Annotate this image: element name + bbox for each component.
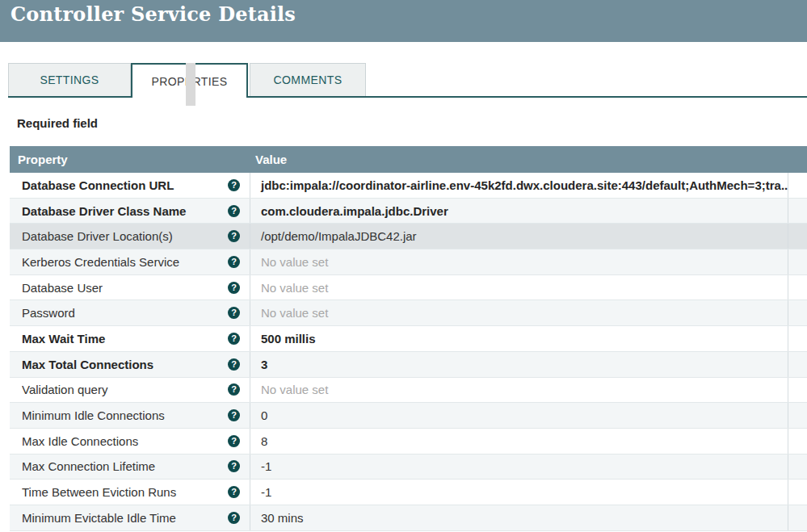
row-extra-cell <box>788 275 807 300</box>
property-value[interactable]: com.cloudera.impala.jdbc.Driver <box>250 199 788 224</box>
property-value[interactable]: No value set <box>250 249 788 274</box>
property-row[interactable]: Database Driver Class Name ? com.clouder… <box>10 199 807 224</box>
property-name: Max Idle Connections <box>22 434 221 448</box>
property-row[interactable]: Validation query ? No value set <box>10 378 807 404</box>
property-row[interactable]: Max Connection Lifetime ? -1 <box>10 455 807 480</box>
row-extra-cell <box>788 455 807 480</box>
row-extra-cell <box>788 403 807 428</box>
tab-settings[interactable]: SETTINGS <box>8 63 131 96</box>
help-icon[interactable]: ? <box>228 435 240 447</box>
row-extra-cell <box>788 173 807 198</box>
property-value[interactable]: 30 mins <box>250 505 788 530</box>
property-cell: Max Connection Lifetime ? <box>10 455 250 480</box>
property-cell: Password ? <box>10 300 250 325</box>
property-name: Database Connection URL <box>22 178 221 192</box>
scrollbar-thumb-artifact <box>186 63 195 106</box>
column-header-value: Value <box>250 153 788 166</box>
tab-underline <box>8 96 807 98</box>
row-extra-cell <box>788 300 807 325</box>
property-value[interactable]: /opt/demo/ImpalaJDBC42.jar <box>250 224 788 249</box>
help-icon[interactable]: ? <box>228 358 240 371</box>
property-value[interactable]: -1 <box>250 455 788 480</box>
row-extra-cell <box>788 378 807 403</box>
property-cell: Database User ? <box>10 275 250 300</box>
property-cell: Max Total Connections ? <box>10 352 250 377</box>
property-cell: Database Driver Class Name ? <box>10 199 250 224</box>
property-value[interactable]: 3 <box>250 352 788 377</box>
dialog-titlebar: Controller Service Details <box>0 0 807 42</box>
table-body: Database Connection URL ? jdbc:impala://… <box>10 173 807 531</box>
property-name: Database Driver Class Name <box>22 204 221 218</box>
row-extra-cell <box>788 249 807 274</box>
property-value[interactable]: 500 millis <box>250 326 788 351</box>
table-header: Property Value <box>10 146 807 173</box>
property-row[interactable]: Minimum Idle Connections ? 0 <box>10 403 807 429</box>
required-field-legend: Required field <box>17 116 98 130</box>
property-name: Time Between Eviction Runs <box>22 485 221 499</box>
property-value[interactable]: 8 <box>250 429 788 454</box>
help-icon[interactable]: ? <box>228 179 240 191</box>
property-cell: Database Driver Location(s) ? <box>10 224 250 249</box>
tab-comments-label: COMMENTS <box>274 73 343 86</box>
page-title: Controller Service Details <box>11 2 296 26</box>
tab-bar: SETTINGS PROPERTIES COMMENTS <box>0 63 807 107</box>
property-row[interactable]: Time Between Eviction Runs ? -1 <box>10 480 807 505</box>
property-cell: Max Idle Connections ? <box>10 429 250 454</box>
tab-settings-label: SETTINGS <box>40 73 99 86</box>
tab-comments[interactable]: COMMENTS <box>250 63 366 96</box>
property-value[interactable]: jdbc:impala://coordinator-airline.env-45… <box>250 173 788 198</box>
help-icon[interactable]: ? <box>228 333 240 345</box>
help-icon[interactable]: ? <box>228 256 240 268</box>
row-extra-cell <box>788 429 807 454</box>
property-row[interactable]: Database Connection URL ? jdbc:impala://… <box>10 173 807 199</box>
property-value[interactable]: 0 <box>250 403 788 428</box>
help-icon[interactable]: ? <box>228 460 240 472</box>
row-extra-cell <box>788 199 807 224</box>
property-name: Max Total Connections <box>22 358 221 371</box>
help-icon[interactable]: ? <box>228 512 240 524</box>
property-name: Database Driver Location(s) <box>22 229 221 243</box>
property-name: Max Connection Lifetime <box>22 459 221 473</box>
property-row[interactable]: Password ? No value set <box>10 300 807 326</box>
property-row[interactable]: Minimum Evictable Idle Time ? 30 mins <box>10 505 807 531</box>
property-name: Password <box>22 306 221 320</box>
property-cell: Max Wait Time ? <box>10 326 250 351</box>
property-cell: Database Connection URL ? <box>10 173 250 198</box>
property-value[interactable]: No value set <box>250 378 788 403</box>
property-name: Minimum Idle Connections <box>22 408 221 422</box>
property-value[interactable]: No value set <box>250 275 788 300</box>
row-extra-cell <box>788 224 807 249</box>
properties-table: Property Value Database Connection URL ?… <box>10 146 807 532</box>
row-extra-cell <box>788 480 807 505</box>
help-icon[interactable]: ? <box>228 205 240 217</box>
property-name: Validation query <box>22 383 221 396</box>
property-name: Kerberos Credentials Service <box>22 255 221 269</box>
property-cell: Kerberos Credentials Service ? <box>10 249 250 274</box>
property-row[interactable]: Database Driver Location(s) ? /opt/demo/… <box>10 224 807 249</box>
help-icon[interactable]: ? <box>228 383 240 396</box>
help-icon[interactable]: ? <box>228 409 240 421</box>
property-name: Max Wait Time <box>22 332 221 346</box>
property-row[interactable]: Database User ? No value set <box>10 275 807 301</box>
row-extra-cell <box>788 505 807 530</box>
property-value[interactable]: -1 <box>250 480 788 505</box>
help-icon[interactable]: ? <box>228 486 240 498</box>
help-icon[interactable]: ? <box>228 282 240 294</box>
row-extra-cell <box>788 352 807 377</box>
property-row[interactable]: Max Idle Connections ? 8 <box>10 429 807 455</box>
property-name: Database User <box>22 281 221 295</box>
property-cell: Minimum Evictable Idle Time ? <box>10 505 250 530</box>
column-header-property: Property <box>10 153 250 166</box>
help-icon[interactable]: ? <box>228 230 240 242</box>
property-value[interactable]: No value set <box>250 300 788 325</box>
help-icon[interactable]: ? <box>228 307 240 319</box>
property-row[interactable]: Kerberos Credentials Service ? No value … <box>10 249 807 275</box>
property-row[interactable]: Max Total Connections ? 3 <box>10 352 807 378</box>
property-name: Minimum Evictable Idle Time <box>22 511 221 525</box>
row-extra-cell <box>788 326 807 351</box>
property-row[interactable]: Max Wait Time ? 500 millis <box>10 326 807 352</box>
property-cell: Validation query ? <box>10 378 250 403</box>
property-cell: Minimum Idle Connections ? <box>10 403 250 428</box>
property-cell: Time Between Eviction Runs ? <box>10 480 250 505</box>
